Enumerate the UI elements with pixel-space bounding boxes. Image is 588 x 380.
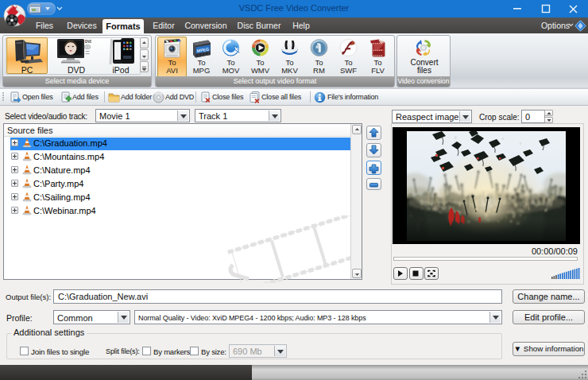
- svg-text:FLV: FLV: [379, 39, 385, 43]
- svg-text:DVD: DVD: [85, 40, 91, 44]
